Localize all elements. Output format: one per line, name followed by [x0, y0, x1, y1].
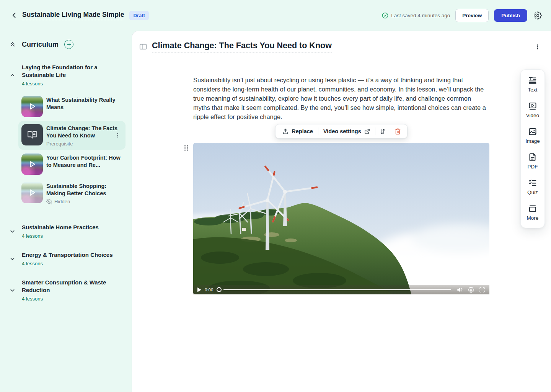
- collapse-all-button[interactable]: [9, 41, 16, 48]
- eye-off-icon: [46, 199, 52, 204]
- chevron-down-icon: [9, 287, 16, 294]
- video-block[interactable]: 0:00: [193, 143, 489, 294]
- top-header: Sustainable Living Made Simple Draft Las…: [0, 0, 551, 31]
- course-title[interactable]: Sustainable Living Made Simple: [22, 11, 124, 20]
- lesson-prerequisite-label: Prerequisite: [46, 141, 121, 147]
- lesson-options-button[interactable]: [533, 43, 541, 51]
- palette-tool-pdf[interactable]: PDF: [528, 153, 538, 170]
- publish-button[interactable]: Publish: [494, 9, 527, 22]
- lesson-video-thumbnail: [21, 154, 43, 175]
- double-chevron-up-icon: [9, 41, 16, 48]
- sidebar-section-energy-transportation[interactable]: Energy & Transportation Choices 4 lesson…: [0, 251, 132, 266]
- curriculum-header: Curriculum: [9, 39, 126, 50]
- curriculum-sidebar: Curriculum Laying the Foundation for a S…: [0, 31, 132, 392]
- sidebar-section-smarter-consumption[interactable]: Smarter Consumption & Waste Reduction 4 …: [0, 279, 132, 302]
- chevron-up-icon: [9, 72, 16, 78]
- chevron-down-icon: [9, 256, 16, 262]
- external-link-icon: [364, 129, 370, 134]
- fullscreen-button[interactable]: [479, 287, 485, 293]
- lesson-item-climate-change[interactable]: Climate Change: The Facts You Need to Kn…: [18, 121, 126, 150]
- preview-button[interactable]: Preview: [455, 9, 489, 22]
- section-title: Smarter Consumption & Waste Reduction: [22, 279, 114, 294]
- play-icon: [28, 102, 36, 111]
- lesson-item-carbon-footprint[interactable]: Your Carbon Footprint: How to Measure an…: [18, 150, 126, 178]
- up-down-arrows-icon: [380, 128, 386, 135]
- quiz-icon: [528, 178, 537, 188]
- video-icon: [528, 101, 537, 111]
- play-icon: [28, 188, 36, 197]
- sidebar-section-laying-the-foundation[interactable]: Laying the Foundation for a Sustainable …: [0, 64, 132, 87]
- lesson-title: What Sustainability Really Means: [46, 96, 121, 111]
- last-saved-text: Last saved 4 minutes ago: [391, 13, 450, 18]
- lesson-item-sustainable-shopping[interactable]: Sustainable Shopping: Making Better Choi…: [18, 179, 126, 207]
- lesson-title: Your Carbon Footprint: How to Measure an…: [46, 154, 121, 169]
- settings-gear-button[interactable]: [533, 10, 543, 20]
- plus-icon: [67, 42, 72, 47]
- play-icon: [197, 287, 201, 292]
- sidebar-section-home-practices[interactable]: Sustainable Home Practices 4 lessons: [0, 224, 132, 239]
- back-button[interactable]: [9, 10, 20, 21]
- lesson-list: What Sustainability Really Means Climate…: [18, 93, 126, 207]
- palette-tool-quiz[interactable]: Quiz: [527, 178, 538, 195]
- toggle-sidebar-icon[interactable]: [139, 42, 147, 51]
- delete-block-button[interactable]: [390, 124, 405, 138]
- status-badge: Draft: [129, 11, 148, 20]
- player-settings-button[interactable]: [468, 287, 474, 293]
- check-circle-icon: [382, 12, 388, 19]
- play-button[interactable]: [197, 287, 201, 292]
- chevron-down-icon: [9, 228, 16, 235]
- section-lesson-count: 4 lessons: [22, 81, 114, 87]
- header-actions: Last saved 4 minutes ago Preview Publish: [382, 9, 543, 22]
- gear-icon: [534, 11, 542, 20]
- kebab-icon: [115, 132, 121, 138]
- lesson-video-thumbnail: [21, 96, 43, 117]
- section-title: Sustainable Home Practices: [22, 224, 99, 231]
- block-palette: Text Video Image PDF Quiz More: [520, 69, 545, 228]
- move-block-button[interactable]: [375, 124, 390, 138]
- lesson-options-button[interactable]: [114, 132, 121, 139]
- tool-label: Image: [525, 138, 540, 144]
- save-status: Last saved 4 minutes ago: [382, 12, 450, 19]
- text-icon: [528, 76, 537, 85]
- more-icon: [528, 204, 537, 213]
- tool-label: Text: [528, 87, 538, 93]
- lesson-reading-thumbnail: [21, 124, 43, 145]
- palette-tool-video[interactable]: Video: [526, 101, 539, 118]
- palette-tool-text[interactable]: Text: [528, 76, 538, 93]
- video-timestamp: 0:00: [205, 287, 213, 292]
- intro-paragraph[interactable]: Sustainability isn’t just about recyclin…: [193, 75, 489, 121]
- tool-label: Quiz: [527, 189, 538, 195]
- wind-turbines-video-still: [193, 143, 489, 294]
- lesson-title: Sustainable Shopping: Making Better Choi…: [46, 183, 121, 197]
- lesson-item-what-sustainability[interactable]: What Sustainability Really Means: [18, 93, 126, 120]
- trash-icon: [395, 128, 401, 135]
- lesson-title: Climate Change: The Facts You Need to Kn…: [46, 125, 121, 139]
- kebab-icon: [534, 44, 541, 50]
- seek-handle[interactable]: [217, 287, 222, 292]
- course-builder-app: Sustainable Living Made Simple Draft Las…: [0, 0, 551, 392]
- upload-icon: [282, 128, 289, 134]
- drag-handle-icon[interactable]: [184, 145, 189, 151]
- section-lesson-count: 4 lessons: [22, 233, 99, 239]
- palette-tool-image[interactable]: Image: [525, 127, 540, 144]
- video-controls: 0:00: [193, 285, 489, 294]
- lesson-content: Sustainability isn’t just about recyclin…: [193, 75, 489, 294]
- video-block-toolbar: Replace Video settings: [275, 124, 407, 139]
- image-icon: [528, 127, 537, 136]
- tool-label: Video: [526, 113, 539, 118]
- replace-video-button[interactable]: Replace: [277, 124, 318, 138]
- player-gear-icon: [468, 287, 474, 293]
- volume-button[interactable]: [457, 287, 463, 293]
- curriculum-title: Curriculum: [22, 41, 59, 49]
- section-title: Laying the Foundation for a Sustainable …: [22, 64, 114, 79]
- video-player[interactable]: [193, 143, 489, 294]
- video-settings-button[interactable]: Video settings: [318, 124, 375, 138]
- chevron-left-icon: [11, 11, 18, 19]
- lesson-page-title[interactable]: Climate Change: The Facts You Need to Kn…: [152, 41, 332, 52]
- seek-bar[interactable]: [223, 289, 451, 290]
- book-open-icon: [27, 130, 37, 140]
- pdf-icon: [528, 153, 537, 162]
- add-section-button[interactable]: [64, 40, 73, 49]
- play-icon: [28, 160, 36, 168]
- palette-tool-more[interactable]: More: [527, 204, 539, 221]
